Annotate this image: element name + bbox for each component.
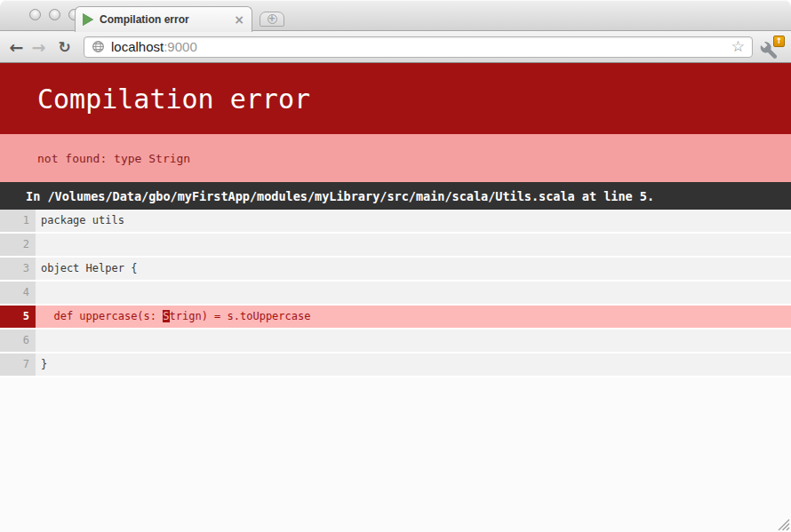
error-banner: not found: type Strign [0,134,791,182]
toolbar: ← → ↻ localhost:9000 ☆ ↑ [0,31,791,63]
line-number: 2 [0,234,36,258]
code-line: 2 [0,234,791,258]
wrench-menu-button[interactable]: ↑ [759,35,786,60]
address-bar[interactable]: localhost:9000 ☆ [84,36,753,58]
error-marker: S [163,310,169,322]
code-line: 3 object Helper { [0,258,791,282]
reload-button[interactable]: ↻ [53,36,76,58]
line-number: 6 [0,330,36,353]
new-tab-plus-icon: + [268,14,277,24]
line-number: 5 [0,306,36,330]
error-message: not found: type Strign [37,152,190,165]
bookmark-star-icon[interactable]: ☆ [731,39,745,54]
error-location-bar: In /Volumes/Data/gbo/myFirstApp/modules/… [0,182,791,210]
line-code [36,282,791,306]
code-line: 4 [0,282,791,306]
window-close-button[interactable] [29,9,41,20]
back-button[interactable]: ← [5,36,28,58]
line-code: } [36,353,791,377]
line-number: 4 [0,282,36,306]
code-before-marker: def uppercase(s: [41,310,163,322]
code-listing: 1 package utils 2 3 object Helper { 4 5 … [0,210,791,377]
line-number: 7 [0,353,36,377]
line-code [36,330,791,353]
code-line: 1 package utils [0,210,791,234]
resize-grip[interactable] [775,516,790,531]
line-code: object Helper { [36,258,791,282]
update-badge-icon: ↑ [773,36,785,47]
error-location-text: In /Volumes/Data/gbo/myFirstApp/modules/… [26,189,654,203]
titlebar[interactable]: Compilation error × + [0,0,791,31]
code-line: 6 [0,330,791,353]
line-code [36,234,791,258]
new-tab-button[interactable]: + [260,12,284,27]
code-after-marker: trign) = s.toUppercase [170,310,311,322]
window-controls [29,9,80,20]
page-background [0,377,791,532]
page-title: Compilation error [37,83,310,115]
line-number: 3 [0,258,36,282]
tab-close-icon[interactable]: × [234,13,244,26]
error-page: Compilation error not found: type Strign… [0,63,791,532]
tab-title: Compilation error [100,13,228,26]
browser-window: Compilation error × + ← → ↻ localhost:90… [0,0,791,532]
forward-button[interactable]: → [28,36,50,58]
code-line: 7 } [0,353,791,377]
code-line-error: 5 def uppercase(s: Strign) = s.toUpperca… [0,306,791,330]
line-code: def uppercase(s: Strign) = s.toUppercase [36,306,791,330]
url-port: :9000 [164,39,197,54]
globe-icon [92,40,105,53]
line-number: 1 [0,210,36,234]
window-minimize-button[interactable] [49,9,60,20]
line-code: package utils [36,210,791,234]
play-favicon-icon [83,13,93,26]
url-host: localhost [111,39,164,54]
tab-compilation-error[interactable]: Compilation error × [75,6,252,32]
error-header: Compilation error [0,63,791,134]
